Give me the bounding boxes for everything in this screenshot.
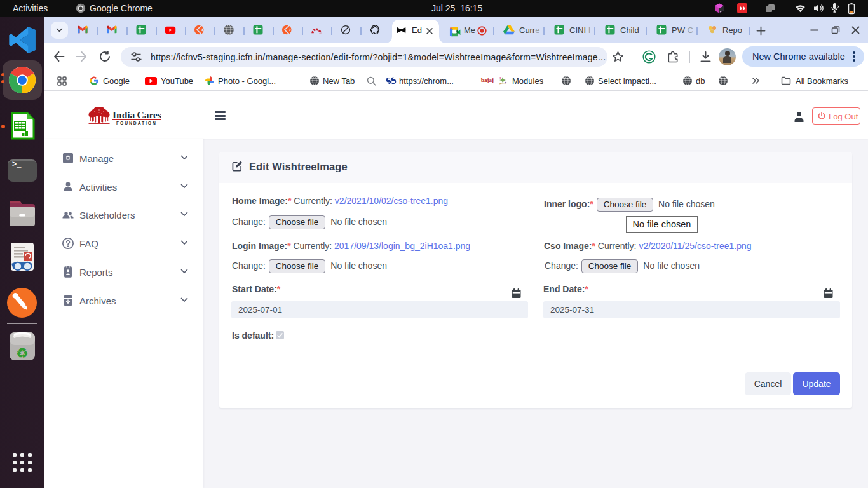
svg-text:♻: ♻: [17, 346, 29, 360]
